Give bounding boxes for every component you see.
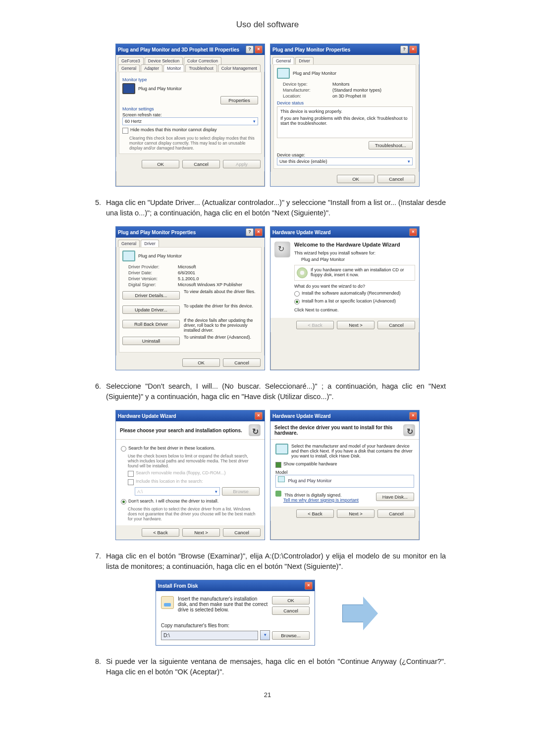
dialog-title: Hardware Update Wizard	[272, 230, 331, 235]
tab-driver[interactable]: Driver	[141, 240, 159, 247]
close-icon[interactable]: ×	[409, 46, 417, 53]
help-icon[interactable]: ?	[400, 46, 408, 53]
step-text: Si puede ver la siguiente ventana de men…	[106, 656, 446, 677]
tab-monitor[interactable]: Monitor	[163, 64, 184, 72]
driver-signing-link[interactable]: Tell me why driver signing is important	[283, 498, 359, 503]
cancel-button[interactable]: Cancel	[272, 606, 310, 615]
wizard-icon	[249, 424, 261, 436]
close-icon[interactable]: ×	[255, 228, 263, 236]
monitor-settings-label: Monitor settings	[122, 106, 258, 111]
device-usage-dropdown[interactable]: Use this device (enable) ▾	[277, 157, 413, 165]
back-button[interactable]: < Back	[142, 528, 179, 537]
update-driver-button[interactable]: Update Driver...	[122, 305, 180, 314]
radio-install-list-label: Install from a list or specific location…	[302, 299, 396, 303]
help-icon[interactable]: ?	[246, 228, 254, 236]
monitor-properties-driver-dialog: Plug and Play Monitor Properties ? × Gen…	[115, 226, 265, 370]
signed-text: This driver is digitally signed.	[284, 493, 341, 498]
rollback-driver-button[interactable]: Roll Back Driver	[122, 320, 180, 328]
tab-adapter[interactable]: Adapter	[141, 64, 162, 72]
cancel-button[interactable]: Cancel	[223, 528, 261, 537]
radio-dont-search[interactable]	[121, 499, 126, 504]
have-disk-button[interactable]: Have Disk...	[376, 493, 414, 501]
figure-row-4: Install From Disk × Insert the manufactu…	[89, 580, 446, 646]
tab-driver[interactable]: Driver	[295, 57, 314, 64]
step-text: Haga clic en el botón "Browse (Examinar)…	[106, 551, 446, 572]
dialog-title: Hardware Update Wizard	[118, 413, 176, 419]
monitor-icon	[275, 444, 288, 454]
wizard-intro: This wizard helps you install software f…	[294, 251, 415, 255]
select-driver-text: Select the manufacturer and model of you…	[291, 444, 414, 458]
tab-general[interactable]: General	[272, 57, 294, 64]
driver-version-value: 5.1.2001.0	[178, 276, 199, 281]
chevron-down-icon[interactable]: ▾	[260, 630, 270, 640]
rollback-driver-desc: If the device fails after updating the d…	[184, 318, 258, 333]
tab-color-management[interactable]: Color Management	[218, 64, 261, 72]
close-icon[interactable]: ×	[409, 228, 417, 236]
radio-install-list[interactable]	[294, 299, 300, 304]
radio-install-auto[interactable]	[294, 291, 300, 297]
chk-show-compat[interactable]	[275, 462, 281, 468]
driver-version-label: Driver Version:	[128, 276, 178, 281]
step-text: Seleccione "Don't search, I will... (No …	[106, 381, 446, 402]
tab-general[interactable]: General	[118, 64, 140, 72]
ok-button[interactable]: OK	[182, 358, 220, 367]
ok-button[interactable]: OK	[272, 596, 310, 605]
cancel-button[interactable]: Cancel	[223, 358, 261, 367]
install-from-disk-dialog: Install From Disk × Insert the manufactu…	[156, 580, 315, 646]
next-button[interactable]: Next >	[337, 321, 374, 329]
cd-note-text: If you hardware came with an installatio…	[311, 267, 413, 277]
hardware-update-wizard-search: Hardware Update Wizard × Please choose y…	[115, 410, 265, 540]
browse-button[interactable]: Browse...	[272, 631, 310, 640]
properties-button[interactable]: Properties	[220, 96, 258, 104]
wizard-device: Plug and Play Monitor	[301, 257, 415, 262]
cancel-button[interactable]: Cancel	[377, 175, 415, 183]
monitor-icon	[122, 251, 135, 261]
wizard-subhead: Select the device driver you want to ins…	[274, 425, 403, 436]
radio-search-best[interactable]	[121, 446, 126, 452]
ok-button[interactable]: OK	[142, 160, 179, 168]
tab-device-selection[interactable]: Device Selection	[145, 57, 183, 64]
figure-row-1: Plug and Play Monitor and 3D Prophet III…	[89, 44, 446, 187]
hide-modes-label: Hide modes that this monitor cannot disp…	[130, 127, 217, 132]
browse-button: Browse	[222, 487, 260, 496]
wizard-icon	[403, 424, 415, 436]
copy-from-label: Copy manufacturer's files from:	[161, 623, 310, 628]
status-line2: If you are having problems with this dev…	[280, 116, 409, 126]
cancel-button[interactable]: Cancel	[377, 321, 415, 329]
dialog-title: Install From Disk	[158, 583, 198, 589]
cancel-button[interactable]: Cancel	[377, 509, 415, 518]
tab-color-correction[interactable]: Color Correction	[184, 57, 221, 64]
next-button[interactable]: Next >	[337, 509, 374, 518]
tab-general[interactable]: General	[118, 240, 140, 247]
close-icon[interactable]: ×	[305, 582, 313, 590]
chk-removable-label: Search removable media (floppy, CD-ROM..…	[136, 470, 225, 475]
display-properties-dialog: Plug and Play Monitor and 3D Prophet III…	[115, 44, 265, 187]
next-button[interactable]: Next >	[182, 528, 220, 537]
close-icon[interactable]: ×	[255, 412, 263, 420]
search-path-dropdown: A:\ ▾	[135, 487, 220, 496]
status-line1: This device is working properly.	[280, 109, 409, 114]
driver-details-button[interactable]: Driver Details...	[122, 291, 180, 300]
close-icon[interactable]: ×	[409, 412, 417, 420]
help-icon[interactable]: ?	[246, 46, 254, 53]
monitor-type-value: Plug and Play Monitor	[138, 86, 182, 91]
driver-date-value: 6/6/2001	[178, 270, 195, 275]
device-name: Plug and Play Monitor	[138, 253, 182, 258]
close-icon[interactable]: ×	[255, 46, 263, 53]
dont-search-hint: Choose this option to select the device …	[128, 506, 260, 521]
step-number: 7.	[89, 551, 101, 572]
tab-troubleshoot[interactable]: Troubleshoot	[185, 64, 216, 72]
path-input[interactable]: D:\	[161, 631, 258, 640]
refresh-rate-dropdown[interactable]: 60 Hertz ▾	[122, 117, 258, 125]
hardware-update-wizard-welcome: Hardware Update Wizard × Welcome to the …	[270, 226, 420, 370]
dialog-title: Plug and Play Monitor Properties	[272, 47, 350, 52]
model-listbox[interactable]: Plug and Play Monitor	[275, 475, 414, 488]
chk-removable	[128, 471, 134, 477]
tab-geforce3[interactable]: GeForce3	[118, 57, 144, 64]
uninstall-button[interactable]: Uninstall	[122, 337, 180, 345]
ok-button[interactable]: OK	[337, 175, 374, 183]
troubleshoot-button[interactable]: Troubleshoot...	[369, 141, 413, 150]
back-button[interactable]: < Back	[296, 509, 334, 518]
cancel-button[interactable]: Cancel	[182, 160, 220, 168]
hide-modes-checkbox[interactable]	[122, 128, 128, 134]
